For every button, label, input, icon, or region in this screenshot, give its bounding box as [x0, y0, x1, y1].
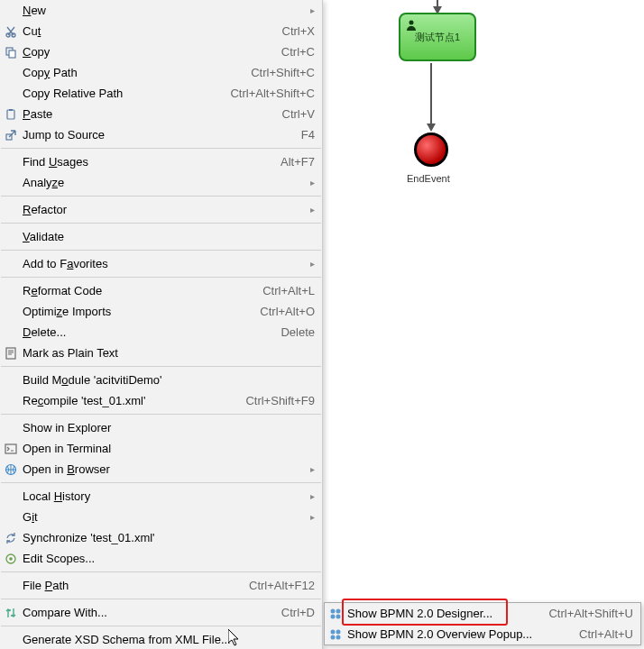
context-menu-item-4[interactable]: Copy Relative PathCtrl+Alt+Shift+C — [0, 83, 322, 104]
blank-icon — [3, 86, 19, 102]
menu-item-shortcut: Ctrl+Alt+F12 — [244, 579, 315, 592]
context-menu-item-17[interactable]: Reformat CodeCtrl+Alt+L — [0, 280, 322, 301]
user-task-node[interactable]: 测试节点1 — [399, 13, 476, 61]
menu-item-label: File Path — [21, 579, 244, 592]
context-menu-item-6[interactable]: Jump to SourceF4 — [0, 124, 322, 145]
menu-item-shortcut: Ctrl+Alt+U — [574, 627, 633, 641]
submenu-item-1[interactable]: Show BPMN 2.0 Overview Popup...Ctrl+Alt+… — [325, 624, 640, 644]
svg-point-17 — [331, 614, 336, 618]
context-menu-item-2[interactable]: CopyCtrl+C — [0, 41, 322, 62]
menu-separator — [1, 366, 321, 367]
blank-icon — [3, 632, 19, 648]
menu-item-label: New — [21, 4, 305, 17]
menu-separator — [1, 223, 321, 224]
submenu-arrow-icon: ▸ — [305, 491, 315, 501]
menu-item-label: Generate XSD Schema from XML File... — [21, 633, 315, 646]
blank-icon — [3, 283, 19, 299]
context-menu-item-9[interactable]: Analyze▸ — [0, 172, 322, 193]
end-event-node[interactable] — [414, 133, 448, 167]
menu-separator — [1, 277, 321, 278]
blank-icon — [3, 509, 19, 526]
context-menu-item-8[interactable]: Find UsagesAlt+F7 — [0, 151, 322, 172]
bpmn-canvas[interactable] — [323, 0, 644, 649]
context-menu-item-18[interactable]: Optimize ImportsCtrl+Alt+O — [0, 301, 322, 322]
copy-icon — [3, 44, 19, 60]
menu-item-label: Optimize Imports — [21, 305, 254, 318]
svg-point-21 — [331, 635, 336, 639]
submenu-arrow-icon: ▸ — [305, 205, 315, 215]
term-icon — [3, 441, 19, 457]
submenu-arrow-icon: ▸ — [305, 178, 315, 187]
menu-separator — [1, 571, 321, 572]
context-menu-item-25[interactable]: Show in Explorer — [0, 417, 322, 438]
context-menu-item-11[interactable]: Refactor▸ — [0, 199, 322, 220]
menu-item-label: Analyze — [21, 176, 305, 189]
menu-item-label: Show in Explorer — [21, 421, 315, 434]
menu-item-shortcut: F4 — [296, 128, 315, 142]
blank-icon — [3, 489, 19, 505]
context-menu-item-23[interactable]: Recompile 'test_01.xml'Ctrl+Shift+F9 — [0, 390, 322, 411]
blank-icon — [3, 202, 19, 218]
user-icon — [405, 19, 418, 32]
context-menu-item-15[interactable]: Add to Favorites▸ — [0, 253, 322, 274]
menu-separator — [1, 148, 321, 149]
svg-point-12 — [9, 557, 13, 561]
menu-item-label: Open in Terminal — [21, 442, 315, 455]
menu-separator — [1, 250, 321, 251]
svg-point-19 — [331, 629, 336, 634]
context-menu-item-5[interactable]: PasteCtrl+V — [0, 104, 322, 124]
menu-separator — [1, 626, 321, 626]
flow-arrow-mid — [430, 63, 432, 130]
paste-icon — [3, 106, 19, 123]
menu-item-shortcut: Ctrl+Shift+C — [245, 66, 315, 79]
menu-item-shortcut: Ctrl+X — [277, 24, 315, 38]
menu-item-label: Reformat Code — [21, 284, 257, 297]
submenu-arrow-icon: ▸ — [305, 464, 315, 474]
menu-item-label: Cut — [21, 24, 277, 38]
context-menu-item-34[interactable]: File PathCtrl+Alt+F12 — [0, 575, 322, 596]
svg-rect-6 — [9, 109, 13, 111]
context-menu-item-36[interactable]: Compare With...Ctrl+D — [0, 602, 322, 623]
menu-separator — [1, 414, 321, 415]
context-menu-item-27[interactable]: Open in Browser▸ — [0, 459, 322, 480]
task-label: 测试节点1 — [415, 31, 460, 44]
context-menu-item-19[interactable]: Delete...Delete — [0, 322, 322, 343]
svg-point-22 — [336, 635, 341, 639]
blank-icon — [3, 420, 19, 436]
menu-item-shortcut: Ctrl+D — [276, 606, 315, 619]
context-menu-item-20[interactable]: Mark as Plain Text — [0, 343, 322, 363]
context-menu-item-38[interactable]: Generate XSD Schema from XML File... — [0, 629, 322, 649]
blank-icon — [3, 154, 19, 170]
menu-item-shortcut: Ctrl+Alt+Shift+U — [543, 607, 633, 620]
context-menu-item-3[interactable]: Copy PathCtrl+Shift+C — [0, 62, 322, 83]
context-menu-item-1[interactable]: CutCtrl+X — [0, 21, 322, 41]
blank-icon — [3, 229, 19, 245]
context-menu-item-32[interactable]: Edit Scopes... — [0, 548, 322, 569]
menu-item-label: Jump to Source — [21, 128, 296, 142]
menu-separator — [1, 599, 321, 599]
scope-icon — [3, 551, 19, 567]
svg-rect-4 — [9, 50, 15, 58]
context-menu-item-22[interactable]: Build Module 'acitvitiDemo' — [0, 370, 322, 390]
context-menu-item-31[interactable]: Synchronize 'test_01.xml' — [0, 527, 322, 548]
context-menu-item-13[interactable]: Validate — [0, 226, 322, 247]
context-menu-item-26[interactable]: Open in Terminal — [0, 438, 322, 459]
menu-item-label: Show BPMN 2.0 Designer... — [345, 607, 543, 620]
svg-point-15 — [331, 608, 336, 613]
menu-item-label: Copy — [21, 45, 276, 59]
menu-item-shortcut: Ctrl+V — [277, 107, 315, 121]
menu-item-label: Mark as Plain Text — [21, 346, 315, 360]
blank-icon — [3, 304, 19, 320]
menu-item-label: Copy Relative Path — [21, 87, 225, 100]
context-menu-item-30[interactable]: Git▸ — [0, 507, 322, 527]
diagrams-submenu: Show BPMN 2.0 Designer...Ctrl+Alt+Shift+… — [324, 602, 641, 645]
context-menu-item-0[interactable]: New▸ — [0, 0, 322, 21]
menu-item-label: Edit Scopes... — [21, 552, 315, 565]
menu-item-label: Copy Path — [21, 66, 245, 79]
context-menu-item-29[interactable]: Local History▸ — [0, 486, 322, 507]
submenu-item-0[interactable]: Show BPMN 2.0 Designer...Ctrl+Alt+Shift+… — [325, 603, 640, 624]
submenu-arrow-icon: ▸ — [305, 259, 315, 269]
blank-icon — [3, 393, 19, 409]
menu-item-shortcut: Ctrl+Alt+Shift+C — [225, 87, 315, 100]
blank-icon — [3, 3, 19, 19]
